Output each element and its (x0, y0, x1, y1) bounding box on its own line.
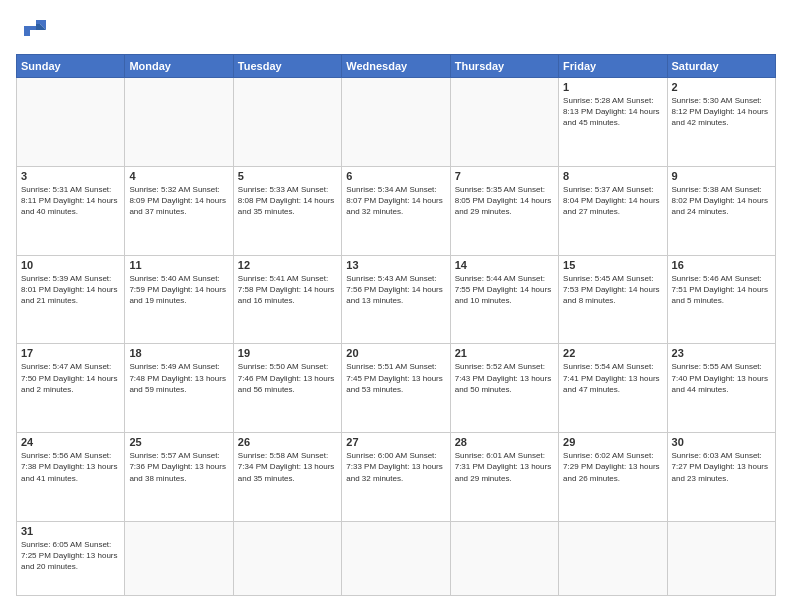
calendar-cell: 3Sunrise: 5:31 AM Sunset: 8:11 PM Daylig… (17, 166, 125, 255)
calendar-cell (125, 78, 233, 167)
day-info: Sunrise: 5:43 AM Sunset: 7:56 PM Dayligh… (346, 273, 445, 307)
day-number: 13 (346, 259, 445, 271)
day-number: 29 (563, 436, 662, 448)
day-info: Sunrise: 5:54 AM Sunset: 7:41 PM Dayligh… (563, 361, 662, 395)
calendar-cell: 15Sunrise: 5:45 AM Sunset: 7:53 PM Dayli… (559, 255, 667, 344)
day-info: Sunrise: 6:01 AM Sunset: 7:31 PM Dayligh… (455, 450, 554, 484)
calendar-cell: 18Sunrise: 5:49 AM Sunset: 7:48 PM Dayli… (125, 344, 233, 433)
day-number: 8 (563, 170, 662, 182)
day-info: Sunrise: 5:47 AM Sunset: 7:50 PM Dayligh… (21, 361, 120, 395)
calendar-cell (450, 521, 558, 595)
day-info: Sunrise: 5:55 AM Sunset: 7:40 PM Dayligh… (672, 361, 771, 395)
day-info: Sunrise: 5:33 AM Sunset: 8:08 PM Dayligh… (238, 184, 337, 218)
calendar-cell: 29Sunrise: 6:02 AM Sunset: 7:29 PM Dayli… (559, 433, 667, 522)
day-info: Sunrise: 5:41 AM Sunset: 7:58 PM Dayligh… (238, 273, 337, 307)
calendar-cell: 8Sunrise: 5:37 AM Sunset: 8:04 PM Daylig… (559, 166, 667, 255)
day-info: Sunrise: 5:31 AM Sunset: 8:11 PM Dayligh… (21, 184, 120, 218)
header (16, 16, 776, 44)
day-info: Sunrise: 5:56 AM Sunset: 7:38 PM Dayligh… (21, 450, 120, 484)
calendar-week-row: 24Sunrise: 5:56 AM Sunset: 7:38 PM Dayli… (17, 433, 776, 522)
calendar-cell (233, 521, 341, 595)
day-number: 7 (455, 170, 554, 182)
day-number: 2 (672, 81, 771, 93)
weekday-header-thursday: Thursday (450, 55, 558, 78)
calendar-cell (342, 78, 450, 167)
day-number: 1 (563, 81, 662, 93)
day-info: Sunrise: 6:00 AM Sunset: 7:33 PM Dayligh… (346, 450, 445, 484)
calendar-cell (450, 78, 558, 167)
day-info: Sunrise: 5:51 AM Sunset: 7:45 PM Dayligh… (346, 361, 445, 395)
day-number: 20 (346, 347, 445, 359)
calendar-cell: 11Sunrise: 5:40 AM Sunset: 7:59 PM Dayli… (125, 255, 233, 344)
calendar-week-row: 1Sunrise: 5:28 AM Sunset: 8:13 PM Daylig… (17, 78, 776, 167)
day-info: Sunrise: 5:45 AM Sunset: 7:53 PM Dayligh… (563, 273, 662, 307)
weekday-header-tuesday: Tuesday (233, 55, 341, 78)
day-number: 24 (21, 436, 120, 448)
calendar-cell: 16Sunrise: 5:46 AM Sunset: 7:51 PM Dayli… (667, 255, 775, 344)
day-number: 14 (455, 259, 554, 271)
day-info: Sunrise: 5:46 AM Sunset: 7:51 PM Dayligh… (672, 273, 771, 307)
calendar-cell: 26Sunrise: 5:58 AM Sunset: 7:34 PM Dayli… (233, 433, 341, 522)
calendar-cell: 30Sunrise: 6:03 AM Sunset: 7:27 PM Dayli… (667, 433, 775, 522)
calendar-cell: 27Sunrise: 6:00 AM Sunset: 7:33 PM Dayli… (342, 433, 450, 522)
calendar-cell: 13Sunrise: 5:43 AM Sunset: 7:56 PM Dayli… (342, 255, 450, 344)
day-info: Sunrise: 5:35 AM Sunset: 8:05 PM Dayligh… (455, 184, 554, 218)
calendar-table: SundayMondayTuesdayWednesdayThursdayFrid… (16, 54, 776, 596)
weekday-header-friday: Friday (559, 55, 667, 78)
calendar-cell: 4Sunrise: 5:32 AM Sunset: 8:09 PM Daylig… (125, 166, 233, 255)
calendar-cell: 14Sunrise: 5:44 AM Sunset: 7:55 PM Dayli… (450, 255, 558, 344)
calendar-cell: 6Sunrise: 5:34 AM Sunset: 8:07 PM Daylig… (342, 166, 450, 255)
day-number: 6 (346, 170, 445, 182)
day-number: 31 (21, 525, 120, 537)
day-number: 9 (672, 170, 771, 182)
day-info: Sunrise: 6:02 AM Sunset: 7:29 PM Dayligh… (563, 450, 662, 484)
calendar-cell: 28Sunrise: 6:01 AM Sunset: 7:31 PM Dayli… (450, 433, 558, 522)
day-number: 25 (129, 436, 228, 448)
calendar-header-row: SundayMondayTuesdayWednesdayThursdayFrid… (17, 55, 776, 78)
weekday-header-saturday: Saturday (667, 55, 775, 78)
day-info: Sunrise: 5:58 AM Sunset: 7:34 PM Dayligh… (238, 450, 337, 484)
calendar-cell: 20Sunrise: 5:51 AM Sunset: 7:45 PM Dayli… (342, 344, 450, 433)
calendar-cell (667, 521, 775, 595)
day-info: Sunrise: 5:34 AM Sunset: 8:07 PM Dayligh… (346, 184, 445, 218)
logo (16, 16, 56, 44)
day-number: 15 (563, 259, 662, 271)
day-number: 16 (672, 259, 771, 271)
calendar-cell: 31Sunrise: 6:05 AM Sunset: 7:25 PM Dayli… (17, 521, 125, 595)
day-info: Sunrise: 5:57 AM Sunset: 7:36 PM Dayligh… (129, 450, 228, 484)
day-info: Sunrise: 5:30 AM Sunset: 8:12 PM Dayligh… (672, 95, 771, 129)
day-info: Sunrise: 5:44 AM Sunset: 7:55 PM Dayligh… (455, 273, 554, 307)
day-number: 18 (129, 347, 228, 359)
day-info: Sunrise: 5:50 AM Sunset: 7:46 PM Dayligh… (238, 361, 337, 395)
calendar-cell: 17Sunrise: 5:47 AM Sunset: 7:50 PM Dayli… (17, 344, 125, 433)
calendar-week-row: 3Sunrise: 5:31 AM Sunset: 8:11 PM Daylig… (17, 166, 776, 255)
page: SundayMondayTuesdayWednesdayThursdayFrid… (0, 0, 792, 612)
day-number: 17 (21, 347, 120, 359)
day-info: Sunrise: 5:52 AM Sunset: 7:43 PM Dayligh… (455, 361, 554, 395)
day-number: 12 (238, 259, 337, 271)
calendar-cell: 7Sunrise: 5:35 AM Sunset: 8:05 PM Daylig… (450, 166, 558, 255)
day-number: 10 (21, 259, 120, 271)
day-number: 21 (455, 347, 554, 359)
calendar-cell: 25Sunrise: 5:57 AM Sunset: 7:36 PM Dayli… (125, 433, 233, 522)
calendar-cell: 10Sunrise: 5:39 AM Sunset: 8:01 PM Dayli… (17, 255, 125, 344)
day-info: Sunrise: 5:40 AM Sunset: 7:59 PM Dayligh… (129, 273, 228, 307)
calendar-week-row: 10Sunrise: 5:39 AM Sunset: 8:01 PM Dayli… (17, 255, 776, 344)
calendar-cell: 9Sunrise: 5:38 AM Sunset: 8:02 PM Daylig… (667, 166, 775, 255)
calendar-cell: 21Sunrise: 5:52 AM Sunset: 7:43 PM Dayli… (450, 344, 558, 433)
calendar-cell (342, 521, 450, 595)
day-info: Sunrise: 5:39 AM Sunset: 8:01 PM Dayligh… (21, 273, 120, 307)
day-number: 11 (129, 259, 228, 271)
calendar-cell: 2Sunrise: 5:30 AM Sunset: 8:12 PM Daylig… (667, 78, 775, 167)
day-info: Sunrise: 6:03 AM Sunset: 7:27 PM Dayligh… (672, 450, 771, 484)
day-number: 22 (563, 347, 662, 359)
day-info: Sunrise: 5:38 AM Sunset: 8:02 PM Dayligh… (672, 184, 771, 218)
day-info: Sunrise: 5:37 AM Sunset: 8:04 PM Dayligh… (563, 184, 662, 218)
day-number: 23 (672, 347, 771, 359)
calendar-cell (125, 521, 233, 595)
day-info: Sunrise: 5:28 AM Sunset: 8:13 PM Dayligh… (563, 95, 662, 129)
calendar-cell (559, 521, 667, 595)
calendar-cell: 12Sunrise: 5:41 AM Sunset: 7:58 PM Dayli… (233, 255, 341, 344)
day-number: 5 (238, 170, 337, 182)
day-number: 27 (346, 436, 445, 448)
